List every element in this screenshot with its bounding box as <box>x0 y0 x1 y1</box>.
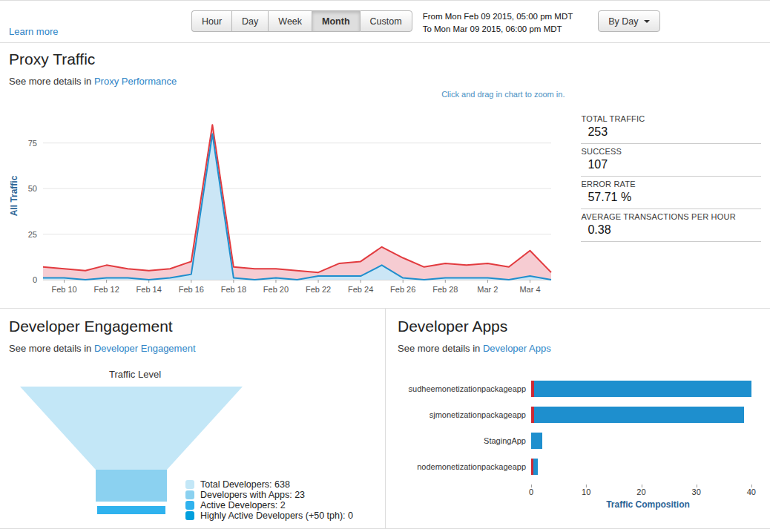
developer-apps-section: Developer Apps See more details in Devel… <box>385 309 770 528</box>
legend-swatch <box>185 480 194 489</box>
developer-apps-title: Developer Apps <box>398 318 760 335</box>
series-line-All Traffic <box>43 125 551 272</box>
range-button-group: Hour Day Week Month Custom <box>191 10 412 32</box>
x-tick-label: Feb 10 <box>51 285 76 294</box>
x-tick-label: 30 <box>692 487 701 496</box>
proxy-traffic-chart[interactable]: 0255075Feb 10Feb 12Feb 14Feb 16Feb 18Feb… <box>9 103 562 302</box>
y-tick-label: 50 <box>28 184 37 193</box>
stat-label: AVERAGE TRANSACTIONS PER HOUR <box>581 212 761 221</box>
developer-engagement-subtitle: See more details in Developer Engagement <box>9 343 375 354</box>
x-tick-label: Mar 4 <box>519 285 540 294</box>
legend-swatch <box>185 490 194 499</box>
stat-success: SUCCESS 107 <box>581 145 761 177</box>
developer-engagement-title: Developer Engagement <box>9 318 375 335</box>
x-tick-label: Feb 22 <box>306 285 331 294</box>
bar-segment-success[interactable] <box>531 433 542 449</box>
y-tick-label: 0 <box>33 275 37 284</box>
topbar: Learn more Hour Day Week Month Custom Fr… <box>0 1 770 43</box>
proxy-traffic-title: Proxy Traffic <box>9 50 761 68</box>
interval-dropdown[interactable]: By Day <box>598 10 659 32</box>
bar-category-label: sjmonetizationpackageapp <box>398 410 531 419</box>
bar-track <box>531 381 760 397</box>
range-button-custom[interactable]: Custom <box>360 10 412 32</box>
legend-swatch <box>185 511 194 520</box>
stat-error-rate: ERROR RATE 57.71 % <box>581 177 761 209</box>
proxy-traffic-subtitle: See more details in Proxy Performance <box>9 76 761 87</box>
interval-dropdown-label: By Day <box>608 16 638 27</box>
funnel-legend: Total Developers: 638Developers with App… <box>185 480 353 522</box>
bar-category-label: StagingApp <box>398 436 531 445</box>
stat-label: ERROR RATE <box>581 180 761 188</box>
stat-label: TOTAL TRAFFIC <box>581 114 761 123</box>
date-from: From Mon Feb 09 2015, 05:00 pm MDT <box>423 10 573 23</box>
x-tick-label: Feb 16 <box>179 285 204 294</box>
range-button-hour[interactable]: Hour <box>191 10 231 32</box>
legend-label: Active Developers: 2 <box>200 500 286 510</box>
funnel-stage-total <box>20 387 243 470</box>
stat-label: SUCCESS <box>581 147 761 156</box>
stat-total-traffic: TOTAL TRAFFIC 253 <box>581 112 761 144</box>
series-area-Success <box>43 134 551 280</box>
x-tick-label: Feb 18 <box>221 285 246 294</box>
learn-more-link[interactable]: Learn more <box>9 26 58 37</box>
y-tick-label: 75 <box>28 139 37 148</box>
subtitle-text: See more details in <box>398 343 480 354</box>
bar-track <box>531 433 760 449</box>
x-axis: 010203040 <box>398 485 760 498</box>
bar-segment-success[interactable] <box>533 459 538 475</box>
x-tick-label: 20 <box>636 487 645 496</box>
funnel-chart-area: Traffic Level Total Developers: 638Devel… <box>9 369 375 532</box>
bar-row: StagingApp <box>398 433 760 449</box>
x-tick-label: Feb 26 <box>390 285 415 294</box>
y-tick-label: 25 <box>28 230 37 239</box>
subtitle-text: See more details in <box>9 76 91 87</box>
legend-item: Active Developers: 2 <box>185 501 353 510</box>
date-range-display: From Mon Feb 09 2015, 05:00 pm MDT To Mo… <box>423 10 573 36</box>
traffic-stats-panel: TOTAL TRAFFIC 253 SUCCESS 107 ERROR RATE… <box>581 112 761 304</box>
bar-row: nodemonetizationpackageapp <box>398 459 760 475</box>
x-tick-label: Feb 12 <box>94 285 119 294</box>
legend-item: Total Developers: 638 <box>185 480 353 489</box>
x-tick-label: Feb 24 <box>348 285 373 294</box>
bar-track <box>531 407 760 423</box>
developer-apps-link[interactable]: Developer Apps <box>483 343 551 354</box>
date-range-controls: Hour Day Week Month Custom From Mon Feb … <box>191 10 660 36</box>
stat-value: 0.38 <box>581 221 761 237</box>
x-tick-label: 40 <box>747 487 756 496</box>
stat-value: 57.71 % <box>581 188 761 205</box>
bar-row: sjmonetizationpackageapp <box>398 407 760 423</box>
range-button-month[interactable]: Month <box>312 10 359 32</box>
date-to: To Mon Mar 09 2015, 06:00 pm MDT <box>423 23 573 36</box>
legend-label: Developers with Apps: 23 <box>200 490 305 500</box>
funnel-title: Traffic Level <box>16 369 254 380</box>
x-tick-label: Mar 2 <box>477 285 498 294</box>
x-tick-label: 10 <box>582 487 590 496</box>
legend-item: Developers with Apps: 23 <box>185 490 353 499</box>
y-axis-label: All Traffic <box>9 175 19 216</box>
zoom-hint: Click and drag in chart to zoom in. <box>9 90 567 103</box>
series-area-All Traffic <box>43 125 551 280</box>
series-line-Success <box>43 134 551 280</box>
developer-apps-subtitle: See more details in Developer Apps <box>398 343 760 354</box>
stat-avg-tph: AVERAGE TRANSACTIONS PER HOUR 0.38 <box>581 210 761 242</box>
x-axis-title: Traffic Composition <box>536 498 760 510</box>
x-tick-label: Feb 20 <box>263 285 289 294</box>
legend-item: Highly Active Developers (+50 tph): 0 <box>185 511 353 520</box>
developer-engagement-link[interactable]: Developer Engagement <box>94 343 196 354</box>
developer-engagement-section: Developer Engagement See more details in… <box>0 309 385 528</box>
bar-segment-success[interactable] <box>534 407 745 423</box>
legend-swatch <box>185 501 194 510</box>
range-button-week[interactable]: Week <box>268 10 312 32</box>
legend-label: Highly Active Developers (+50 tph): 0 <box>200 510 353 521</box>
range-button-day[interactable]: Day <box>231 10 268 32</box>
subtitle-text: See more details in <box>9 343 91 354</box>
apps-bar-chart[interactable]: sudheemonetizationpackageappsjmonetizati… <box>398 381 760 510</box>
stat-value: 107 <box>581 156 761 172</box>
funnel-stage-with-apps <box>96 470 167 502</box>
proxy-performance-link[interactable]: Proxy Performance <box>94 76 177 87</box>
bar-segment-success[interactable] <box>534 381 751 397</box>
x-tick-label: Feb 14 <box>136 285 162 294</box>
x-tick-label: 0 <box>529 487 533 496</box>
legend-label: Total Developers: 638 <box>200 479 290 490</box>
funnel-stage-active <box>97 506 165 514</box>
